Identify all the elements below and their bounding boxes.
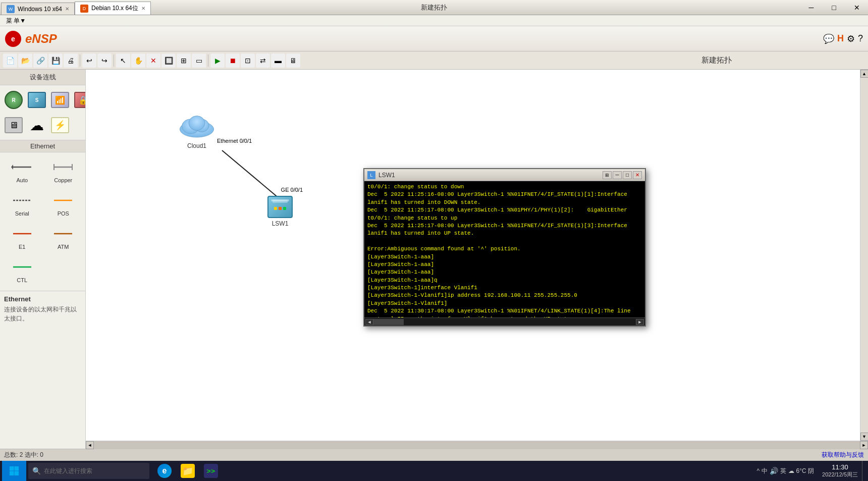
device-switch-s[interactable]: S: [26, 88, 47, 112]
undo-button[interactable]: ↩: [82, 54, 96, 68]
shape-button[interactable]: ▭: [192, 54, 206, 68]
save-button[interactable]: 💾: [48, 54, 63, 68]
device-wireless[interactable]: 📶: [49, 88, 71, 112]
cloud1-device[interactable]: Cloud1 Ethernet 0/0/1: [177, 110, 217, 149]
device-pc[interactable]: 🖥: [3, 114, 24, 137]
app-window-title: 新建拓扑: [421, 3, 447, 12]
rect-button[interactable]: 🔲: [161, 54, 176, 68]
close-button[interactable]: ✕: [845, 0, 868, 15]
menu-bar: 菜 单▼: [0, 15, 868, 26]
canvas-hscrollbar: ◄ ►: [86, 441, 868, 449]
open-button[interactable]: 📂: [18, 54, 32, 68]
pc-icon: 🖥: [5, 116, 23, 134]
chat-icon[interactable]: 💬: [823, 33, 834, 44]
tab-close-windows[interactable]: ✕: [65, 6, 69, 12]
status-count: 总数: 2 选中: 0: [4, 451, 43, 459]
auto-cable-icon: [11, 158, 33, 176]
canvas-container: Cloud1 Ethernet 0/0/1 LSW1: [86, 70, 868, 449]
copper-label: Copper: [54, 177, 72, 183]
svg-rect-16: [15, 466, 19, 471]
print-button[interactable]: 🖨: [64, 54, 78, 68]
stop-button[interactable]: ⏹: [226, 54, 240, 68]
cable-ctl[interactable]: CTL: [3, 255, 41, 286]
cloud-device-icon: ☁: [28, 116, 46, 134]
show-desktop-button[interactable]: [862, 461, 866, 481]
lsw1-label: LSW1: [272, 220, 289, 227]
tray-weather[interactable]: ☁ 6°C 阴: [788, 467, 814, 475]
device-router[interactable]: R: [3, 88, 24, 112]
canvas-scroll-left[interactable]: ◄: [86, 441, 94, 449]
tab-close-debian[interactable]: ✕: [141, 6, 145, 11]
tray-lang[interactable]: 英: [780, 467, 786, 475]
terminal-restore-btn[interactable]: ⊞: [603, 171, 612, 179]
terminal-hscroll[interactable]: ◄ ►: [364, 317, 645, 326]
hscroll-track[interactable]: [94, 441, 860, 449]
tray-volume[interactable]: 🔊: [770, 467, 778, 475]
cable-pos[interactable]: POS: [44, 189, 83, 219]
select-button[interactable]: ↖: [116, 54, 130, 68]
canvas-scroll-down[interactable]: ▼: [860, 433, 869, 441]
maximize-button[interactable]: □: [823, 0, 845, 15]
start-button[interactable]: [2, 461, 26, 481]
terminal-scroll-thumb[interactable]: [373, 319, 404, 325]
cable-atm[interactable]: ATM: [44, 222, 83, 252]
terminal-minimize-btn[interactable]: ─: [613, 171, 622, 179]
desc-title: Ethernet: [4, 295, 81, 303]
settings-icon[interactable]: ⚙: [847, 33, 855, 44]
canvas-scroll-up[interactable]: ▲: [860, 70, 869, 78]
svg-marker-1: [11, 165, 13, 170]
cable-e1[interactable]: E1: [3, 222, 41, 252]
ctl-cable-icon: [11, 258, 33, 276]
menu-item-main[interactable]: 菜 单▼: [2, 15, 30, 26]
lsw1-device[interactable]: LSW1 GE 0/0/1: [267, 196, 293, 227]
hand-button[interactable]: ✋: [131, 54, 145, 68]
sidebar: 设备连线 R S 📶 🔒: [0, 70, 86, 449]
capture-button[interactable]: ⊡: [241, 54, 255, 68]
canvas-area[interactable]: Cloud1 Ethernet 0/0/1 LSW1: [86, 70, 860, 441]
sidebar-description: Ethernet 连接设备的以太网和千兆以太接口。: [0, 291, 85, 327]
grid-button[interactable]: ⊞: [177, 54, 191, 68]
pos-cable-icon: [52, 191, 74, 209]
cable-copper[interactable]: Copper: [44, 155, 83, 186]
terminal-scroll-right[interactable]: ►: [636, 319, 644, 325]
terminal-scroll-left[interactable]: ◄: [365, 319, 373, 325]
taskbar-icon-edge[interactable]: e: [153, 461, 176, 481]
delete-button[interactable]: ✕: [146, 54, 160, 68]
toolbar-sep-1: [80, 55, 80, 67]
search-input[interactable]: [44, 467, 135, 474]
tray-ime[interactable]: 中: [762, 467, 768, 475]
status-help-link[interactable]: 获取帮助与反馈: [822, 451, 864, 459]
start-button[interactable]: ▶: [210, 54, 225, 68]
device-special[interactable]: ⚡: [49, 114, 71, 137]
tray-expand[interactable]: ^: [757, 467, 760, 474]
huawei-icon[interactable]: H: [837, 33, 844, 44]
tab-debian[interactable]: D Debian 10.x 64位 ✕: [75, 2, 151, 15]
terminal-content[interactable]: t0/0/1: change status to down Dec 5 2022…: [364, 181, 645, 317]
transfer-button[interactable]: ⇄: [256, 54, 270, 68]
device-security[interactable]: 🔒: [73, 88, 86, 112]
system-clock[interactable]: 11:30 2022/12/5周三: [818, 463, 862, 478]
new-button[interactable]: 📄: [3, 54, 17, 68]
canvas-scroll-right[interactable]: ►: [860, 441, 868, 449]
cloud1-icon: [177, 110, 217, 140]
device-cloud[interactable]: ☁: [26, 114, 47, 137]
terminal-maximize-btn[interactable]: □: [623, 171, 632, 179]
taskbar-icon-terminal[interactable]: >>: [200, 461, 222, 481]
cable-grid: Auto Copper: [0, 152, 85, 289]
terminal-close-btn[interactable]: ✕: [633, 171, 642, 179]
console-button[interactable]: ▬: [271, 54, 285, 68]
taskbar-icon-explorer[interactable]: 📁: [177, 461, 199, 481]
switch-s-icon: S: [28, 91, 46, 109]
terminal-window[interactable]: L LSW1 ⊞ ─ □ ✕ t0/0/1: change status to …: [363, 168, 646, 327]
cable-serial[interactable]: Serial: [3, 189, 41, 219]
monitor-button[interactable]: 🖥: [286, 54, 300, 68]
window-controls: ─ □ ✕: [800, 0, 868, 15]
tab-windows10[interactable]: W Windows 10 x64 ✕: [1, 3, 75, 15]
link-button[interactable]: 🔗: [33, 54, 47, 68]
minimize-button[interactable]: ─: [800, 0, 823, 15]
help-icon[interactable]: ?: [858, 33, 863, 44]
cable-auto[interactable]: Auto: [3, 155, 41, 186]
search-bar[interactable]: 🔍: [28, 463, 149, 479]
clock-date: 2022/12/5周三: [822, 471, 858, 478]
redo-button[interactable]: ↪: [97, 54, 112, 68]
